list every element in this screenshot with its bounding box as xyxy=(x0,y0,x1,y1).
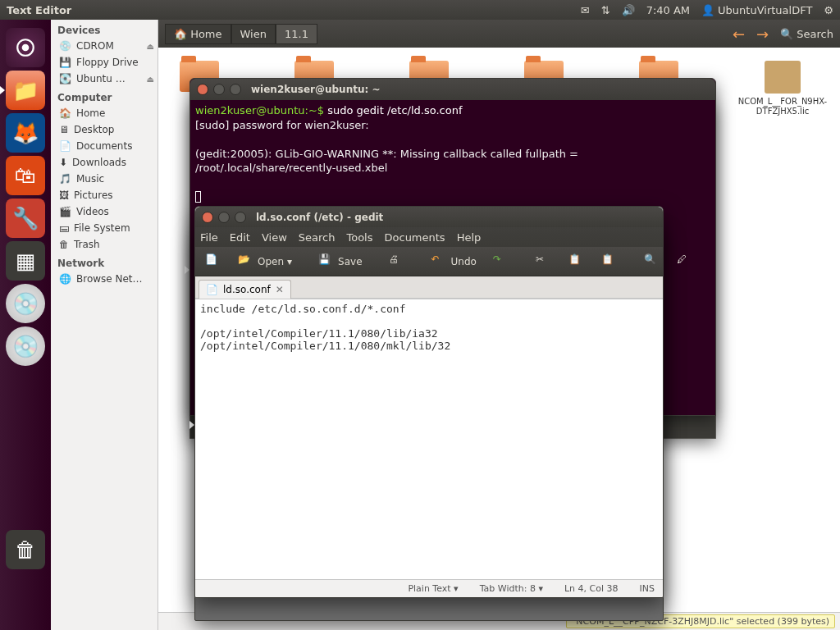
files-launcher-icon[interactable]: 📁 xyxy=(6,71,45,110)
print-button[interactable]: 🖨 xyxy=(384,251,410,272)
status-cursor-position: Ln 4, Col 38 xyxy=(561,583,622,594)
crumb-home[interactable]: 🏠 Home xyxy=(165,24,231,44)
settings-launcher-icon[interactable]: 🔧 xyxy=(6,199,45,238)
save-button[interactable]: 💾Save xyxy=(313,251,367,272)
search-button[interactable]: 🔍 Search xyxy=(780,28,833,40)
crumb-wien[interactable]: Wien xyxy=(231,24,276,44)
sidebar-item-downloads[interactable]: ⬇ Downloads xyxy=(51,154,158,171)
computer-heading: Computer xyxy=(51,87,158,105)
gedit-statusbar: Plain Text ▾ Tab Width: 8 ▾ Ln 4, Col 38… xyxy=(195,579,663,597)
network-indicator[interactable]: ⇅ xyxy=(601,4,610,16)
minimize-icon[interactable] xyxy=(213,84,225,95)
places-sidebar: Devices 💿 CDROM⏏ 💾 Floppy Drive 💽 Ubuntu… xyxy=(51,20,158,630)
software-center-icon[interactable]: 🛍 xyxy=(6,156,45,195)
forward-button[interactable]: → xyxy=(756,25,769,43)
workspace-switcher-icon[interactable]: ▦ xyxy=(6,241,45,281)
sidebar-item-cdrom[interactable]: 💿 CDROM⏏ xyxy=(51,38,158,54)
close-icon[interactable] xyxy=(197,84,208,95)
menu-tools[interactable]: Tools xyxy=(346,231,372,244)
sidebar-item-filesystem[interactable]: 🖴 File System xyxy=(51,220,158,236)
maximize-icon[interactable] xyxy=(230,84,241,95)
undo-button[interactable]: ↶Undo xyxy=(427,251,482,272)
breadcrumb: 🏠 Home Wien 11.1 xyxy=(165,24,317,44)
status-tabwidth[interactable]: Tab Width: 8 ▾ xyxy=(477,583,546,594)
redo-button[interactable]: ↷ xyxy=(488,251,514,272)
eject-icon[interactable]: ⏏ xyxy=(147,75,154,84)
disc1-icon[interactable]: 💿 xyxy=(6,284,45,323)
network-heading: Network xyxy=(51,253,158,271)
menu-documents[interactable]: Documents xyxy=(385,231,445,244)
paste-button[interactable]: 📋 xyxy=(596,251,623,272)
gedit-titlebar[interactable]: ld.so.conf (/etc) - gedit xyxy=(195,207,663,227)
eject-icon[interactable]: ⏏ xyxy=(147,42,154,51)
terminal-title: wien2kuser@ubuntu: ~ xyxy=(251,84,380,95)
sidebar-item-documents[interactable]: 📄 Documents xyxy=(51,138,158,154)
volume-indicator[interactable]: 🔊 xyxy=(622,4,635,16)
sidebar-item-ubuntu-disk[interactable]: 💽 Ubuntu …⏏ xyxy=(51,71,158,87)
sidebar-item-pictures[interactable]: 🖼 Pictures xyxy=(51,187,158,203)
sidebar-item-floppy[interactable]: 💾 Floppy Drive xyxy=(51,54,158,71)
terminal-body[interactable]: wien2kuser@ubuntu:~$ sudo gedit /etc/ld.… xyxy=(190,100,715,208)
status-insert-mode: INS xyxy=(637,583,658,594)
mail-indicator[interactable]: ✉ xyxy=(581,4,590,16)
new-button[interactable]: 📄 xyxy=(200,251,226,272)
gedit-menubar: File Edit View Search Tools Documents He… xyxy=(195,227,663,247)
close-tab-icon[interactable]: ✕ xyxy=(276,284,284,295)
open-button[interactable]: 📂Open ▾ xyxy=(233,251,297,272)
terminal-cursor xyxy=(195,191,201,203)
user-name: UbuntuVirtualDFT xyxy=(718,4,812,16)
devices-heading: Devices xyxy=(51,20,158,38)
gedit-title-text: ld.so.conf (/etc) - gedit xyxy=(256,212,383,223)
gedit-tabbar: 📄 ld.so.conf ✕ xyxy=(195,276,663,299)
sidebar-item-music[interactable]: 🎵 Music xyxy=(51,171,158,187)
active-app-name: Text Editor xyxy=(7,4,71,16)
dash-icon[interactable] xyxy=(6,28,45,67)
disc2-icon[interactable]: 💿 xyxy=(6,326,45,366)
copy-button[interactable]: 📋 xyxy=(564,251,590,272)
menu-help[interactable]: Help xyxy=(457,231,482,244)
menu-edit[interactable]: Edit xyxy=(230,231,250,244)
menu-view[interactable]: View xyxy=(262,231,287,244)
gedit-textview[interactable]: include /etc/ld.so.conf.d/*.conf /opt/in… xyxy=(195,299,663,579)
file-icon: 📄 xyxy=(206,284,218,295)
menu-file[interactable]: File xyxy=(200,231,218,244)
unity-launcher: 📁 🦊 🛍 🔧 >_ 📝 ▦ 💿 💿 🗑 xyxy=(0,20,51,630)
maximize-icon[interactable] xyxy=(235,212,246,223)
sidebar-item-trash[interactable]: 🗑 Trash xyxy=(51,236,158,253)
cut-button[interactable]: ✂ xyxy=(531,251,557,272)
status-syntax[interactable]: Plain Text ▾ xyxy=(404,583,461,594)
gedit-toolbar: 📄 📂Open ▾ 💾Save 🖨 ↶Undo ↷ ✂ 📋 📋 🔍 🖊 xyxy=(195,247,663,276)
user-menu[interactable]: 👤 UbuntuVirtualDFT xyxy=(701,4,812,16)
minimize-icon[interactable] xyxy=(218,212,230,223)
nautilus-toolbar: 🏠 Home Wien 11.1 ← → 🔍 Search xyxy=(158,20,840,48)
gedit-window[interactable]: ld.so.conf (/etc) - gedit File Edit View… xyxy=(194,206,664,598)
replace-button[interactable]: 🖊 xyxy=(672,251,698,272)
file-item[interactable]: NCOM_L__FOR_N9HX-DTFZJHX5.lic xyxy=(737,61,828,116)
gedit-tab[interactable]: 📄 ld.so.conf ✕ xyxy=(199,280,291,299)
firefox-launcher-icon[interactable]: 🦊 xyxy=(6,113,45,153)
sidebar-item-videos[interactable]: 🎬 Videos xyxy=(51,203,158,220)
menu-search[interactable]: Search xyxy=(299,231,336,244)
close-icon[interactable] xyxy=(202,212,213,223)
clock[interactable]: 7:40 AM xyxy=(646,4,690,16)
top-menubar: Text Editor ✉ ⇅ 🔊 7:40 AM 👤 UbuntuVirtua… xyxy=(0,0,840,20)
crumb-current[interactable]: 11.1 xyxy=(276,24,317,44)
find-button[interactable]: 🔍 xyxy=(639,251,665,272)
session-menu[interactable]: ⚙ xyxy=(824,4,833,16)
back-button[interactable]: ← xyxy=(733,25,745,43)
sidebar-item-home[interactable]: 🏠 Home xyxy=(51,105,158,121)
trash-icon[interactable]: 🗑 xyxy=(6,530,45,569)
svg-point-1 xyxy=(22,44,30,52)
sidebar-item-desktop[interactable]: 🖥 Desktop xyxy=(51,121,158,138)
tab-label: ld.so.conf xyxy=(223,284,271,295)
sidebar-item-browse-network[interactable]: 🌐 Browse Net… xyxy=(51,271,158,287)
terminal-titlebar[interactable]: wien2kuser@ubuntu: ~ xyxy=(190,79,715,100)
